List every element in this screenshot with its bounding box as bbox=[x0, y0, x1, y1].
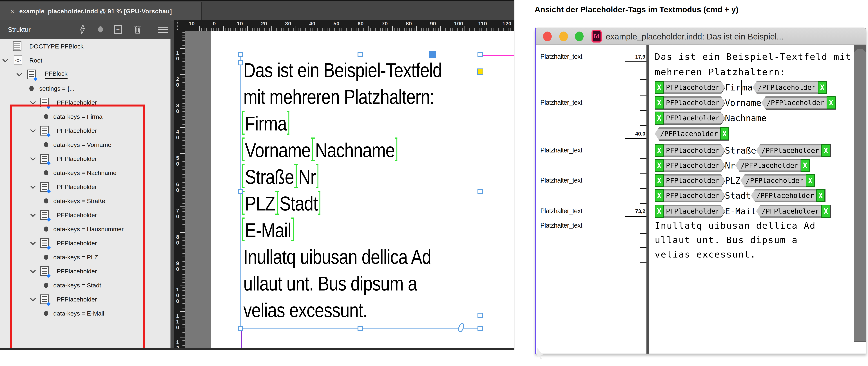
tree-row-pfplaceholder[interactable]: PFPlaceholder bbox=[0, 180, 171, 194]
code-glyph: <> bbox=[14, 56, 22, 64]
story-divider[interactable] bbox=[647, 45, 649, 354]
tree-row-pfplaceholder[interactable]: PFPlaceholder bbox=[0, 292, 171, 306]
placeholder-tag-open[interactable]: XPFPlaceholder bbox=[655, 81, 725, 94]
chevron-down-icon[interactable] bbox=[30, 99, 36, 104]
chevron-down-icon[interactable] bbox=[30, 296, 36, 301]
placeholder-key-text: Vorname bbox=[725, 98, 761, 108]
frame-handle[interactable] bbox=[477, 326, 483, 331]
depth-tick bbox=[640, 95, 647, 95]
story-row: XPFPlaceholderStraße/PFPlaceholderX bbox=[655, 142, 830, 159]
tree-row-doctype-pfblock[interactable]: DOCTYPE PFBlock bbox=[0, 39, 171, 53]
tree-row-pfplaceholder[interactable]: PFPlaceholder bbox=[0, 236, 171, 250]
tree-row-settings-[interactable]: settings = {... bbox=[0, 82, 171, 95]
tree-row-pfplaceholder[interactable]: PFPlaceholder bbox=[0, 208, 171, 222]
tag-marker-close-icon bbox=[395, 138, 397, 161]
placeholder-tag-open[interactable]: XPFPlaceholder bbox=[655, 174, 725, 187]
story-editor-content[interactable]: Platzhalter_text17,9Das ist ein Beispiel… bbox=[535, 45, 866, 354]
frame-handle-solid[interactable] bbox=[429, 51, 436, 58]
lightning-icon[interactable] bbox=[79, 25, 86, 34]
h-ruler-label: 0 bbox=[213, 21, 216, 27]
story-editor-titlebar[interactable]: Id example_placeholder.indd: Das ist ein… bbox=[535, 28, 866, 45]
zoom-button[interactable] bbox=[575, 32, 584, 41]
frame-handle[interactable] bbox=[477, 52, 483, 57]
ruler-corner[interactable] bbox=[174, 20, 186, 31]
tree-row-pfplaceholder[interactable]: PFPlaceholder bbox=[0, 95, 171, 110]
placeholder-tag-open[interactable]: XPFPlaceholder bbox=[655, 112, 725, 124]
tree-row-data-keys-firma[interactable]: data-keys = Firma bbox=[0, 110, 171, 124]
h-ruler-label: 20 bbox=[261, 21, 267, 27]
chevron-down-icon[interactable] bbox=[30, 240, 36, 245]
depth-rule bbox=[625, 61, 647, 62]
close-button[interactable] bbox=[543, 32, 552, 41]
frame-handle[interactable] bbox=[477, 313, 483, 318]
chevron-down-icon[interactable] bbox=[2, 57, 8, 62]
tag-anchor-icon: X bbox=[818, 81, 827, 94]
frame-handle[interactable] bbox=[358, 52, 363, 57]
tagged-indicator-icon bbox=[46, 217, 51, 222]
story-scrollbar-thumb[interactable] bbox=[854, 49, 866, 341]
frame-handle[interactable] bbox=[238, 52, 243, 57]
tree-row-data-keys-plz[interactable]: data-keys = PLZ bbox=[0, 250, 171, 264]
tree-row-data-keys-e-mail[interactable]: data-keys = E-Mail bbox=[0, 306, 171, 321]
chevron-down-icon[interactable] bbox=[30, 155, 36, 161]
placeholder-tag-open[interactable]: XPFPlaceholder bbox=[655, 189, 725, 202]
chevron-down-icon[interactable] bbox=[30, 183, 36, 189]
frame-handle[interactable] bbox=[238, 189, 243, 194]
element-lines bbox=[42, 156, 47, 162]
chevron-down-icon[interactable] bbox=[30, 127, 36, 133]
placeholder-tag-open[interactable]: XPFPlaceholder bbox=[655, 159, 725, 172]
tree-row-pfplaceholder[interactable]: PFPlaceholder bbox=[0, 124, 171, 138]
minimize-button[interactable] bbox=[559, 32, 568, 41]
magenta-guide bbox=[480, 55, 515, 56]
placeholder-tag-open[interactable]: XPFPlaceholder bbox=[655, 144, 725, 157]
add-icon[interactable]: + bbox=[114, 25, 122, 34]
placeholder-tag-close[interactable]: /PFPlaceholderX bbox=[762, 96, 836, 109]
chevron-down-icon[interactable] bbox=[30, 268, 36, 273]
placeholder-tag-close[interactable]: /PFPlaceholderX bbox=[756, 144, 830, 157]
story-editor-title: example_placeholder.indd: Das ist ein Be… bbox=[606, 28, 783, 45]
chevron-down-icon[interactable] bbox=[17, 71, 22, 77]
element-icon bbox=[40, 154, 49, 164]
placeholder-key-text: Stadt bbox=[725, 190, 751, 201]
tree-row-data-keys-stadt[interactable]: data-keys = Stadt bbox=[0, 278, 171, 292]
placeholder-tag-close[interactable]: /PFPlaceholderX bbox=[752, 81, 827, 94]
tree-row-pfblock[interactable]: PFBlock bbox=[0, 67, 171, 82]
tab-close-icon[interactable]: × bbox=[10, 7, 14, 15]
frame-handle[interactable] bbox=[238, 326, 243, 331]
placeholder-tag-open[interactable]: XPFPlaceholder bbox=[655, 205, 725, 218]
story-scrollbar[interactable] bbox=[854, 45, 866, 342]
placeholder-tag-open[interactable]: XPFPlaceholder bbox=[655, 96, 725, 109]
tree-row-data-keys-stra-e[interactable]: data-keys = Straße bbox=[0, 194, 171, 208]
v-ruler-label: 100 bbox=[174, 287, 181, 304]
panel-menu-icon[interactable] bbox=[158, 27, 168, 33]
corner-edit-handle[interactable] bbox=[477, 68, 483, 74]
tree-row-data-keys-nachname[interactable]: data-keys = Nachname bbox=[0, 166, 171, 180]
placeholder-tag-close[interactable]: /PFPlaceholderX bbox=[741, 174, 815, 187]
tree-row-root[interactable]: <>Root bbox=[0, 53, 171, 67]
document-tab[interactable]: × example_placeholder.indd @ 91 % [GPU-V… bbox=[0, 2, 202, 21]
story-text: ullaut unt. Bus dipsum a bbox=[655, 235, 798, 245]
doc-text: Das ist ein Beispiel-Textfeld bbox=[243, 59, 442, 82]
doc-text: E-Mail bbox=[245, 219, 291, 242]
attribute-label: data-keys = Vorname bbox=[53, 141, 111, 148]
placeholder-tag-close[interactable]: /PFPlaceholderX bbox=[655, 127, 729, 140]
placeholder-tag-close[interactable]: /PFPlaceholderX bbox=[756, 205, 830, 218]
depth-value: 73,2 bbox=[613, 208, 645, 214]
story-text: velias excessunt. bbox=[655, 249, 756, 260]
tree-row-data-keys-hausnummer[interactable]: data-keys = Hausnummer bbox=[0, 222, 171, 236]
tree-row-pfplaceholder[interactable]: PFPlaceholder bbox=[0, 152, 171, 166]
horizontal-ruler[interactable]: 100102030405060708090100110120 bbox=[186, 20, 515, 31]
trash-icon[interactable] bbox=[134, 25, 142, 34]
chevron-down-icon[interactable] bbox=[30, 211, 36, 217]
record-icon[interactable] bbox=[98, 26, 103, 32]
tree-row-pfplaceholder[interactable]: PFPlaceholder bbox=[0, 264, 171, 278]
placeholder-tag-close[interactable]: /PFPlaceholderX bbox=[751, 189, 825, 202]
vertical-ruler[interactable]: 102030405060708090100110120 bbox=[174, 31, 186, 348]
placeholder-tag-close[interactable]: /PFPlaceholderX bbox=[735, 159, 809, 172]
frame-handle[interactable] bbox=[358, 326, 363, 331]
element-lines bbox=[29, 71, 34, 78]
frame-handle[interactable] bbox=[238, 60, 243, 65]
frame-handle[interactable] bbox=[477, 189, 483, 194]
tree-row-data-keys-vorname[interactable]: data-keys = Vorname bbox=[0, 138, 171, 152]
depth-tick bbox=[640, 247, 647, 248]
